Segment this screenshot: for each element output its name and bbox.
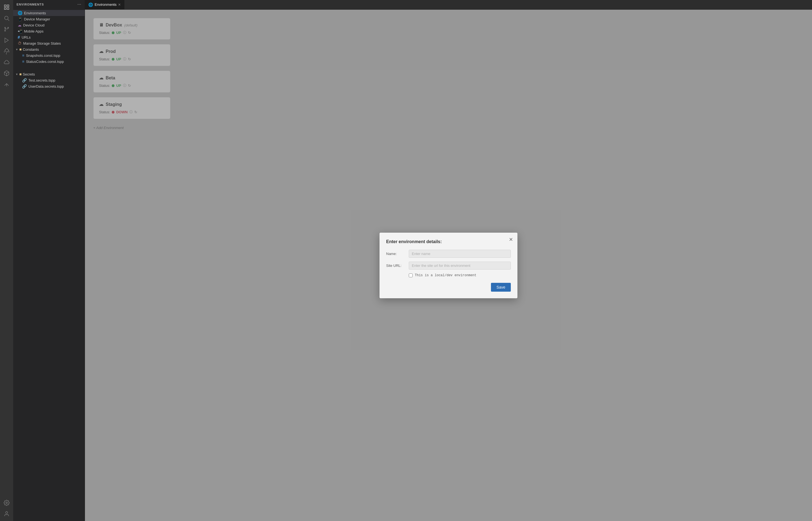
urls-icon: # xyxy=(18,35,20,40)
sidebar-item-label: Device Cloud xyxy=(23,23,44,27)
svg-rect-2 xyxy=(4,8,6,9)
sidebar-title: Environments xyxy=(17,3,44,6)
tab-environments[interactable]: 🌐 Environments ✕ xyxy=(85,0,125,9)
sidebar-item-mobile-apps[interactable]: 📲 Mobile Apps xyxy=(13,28,85,34)
sidebar-item-snapshots-const[interactable]: ≡ Snapshots.const.tspp xyxy=(13,52,85,59)
activity-icon-cloud[interactable] xyxy=(2,57,12,67)
tab-environments-close[interactable]: ✕ xyxy=(118,3,121,7)
tab-environments-icon: 🌐 xyxy=(88,2,93,7)
sidebar-group-constants[interactable]: ▼ ■ Constants xyxy=(13,46,85,52)
secrets-folder-icon: ■ xyxy=(19,72,22,76)
sidebar-item-test-secrets[interactable]: 🔗 Test.secrets.tspp xyxy=(13,77,85,83)
device-manager-icon: 📱 xyxy=(18,17,22,21)
sidebar-item-statuscodes-const[interactable]: ≡ StatusCodes.const.tspp xyxy=(13,59,85,65)
sidebar-item-label: Device Manager xyxy=(24,17,50,21)
svg-rect-0 xyxy=(4,5,6,7)
statuscodes-const-icon: ≡ xyxy=(22,59,24,64)
dialog-overlay: Enter environment details: ✕ Name: Site … xyxy=(85,10,812,521)
dialog-name-label: Name: xyxy=(386,252,405,256)
sidebar-child-label: Test.secrets.tspp xyxy=(28,78,56,83)
svg-rect-3 xyxy=(7,8,9,9)
dialog-title: Enter environment details: xyxy=(386,239,511,244)
activity-icon-account[interactable] xyxy=(2,509,12,519)
secrets-chevron: ▼ xyxy=(16,73,18,76)
test-secrets-icon: 🔗 xyxy=(22,78,27,83)
sidebar-tree: 🌐 Environments 📱 Device Manager ☁ Device… xyxy=(13,9,85,521)
svg-line-5 xyxy=(8,19,9,21)
svg-point-7 xyxy=(5,30,6,31)
sidebar-item-label: Manage Storage States xyxy=(23,41,61,45)
tab-environments-label: Environments xyxy=(95,2,116,7)
sidebar-item-userdata-secrets[interactable]: 🔗 UserData.secrets.tspp xyxy=(13,83,85,89)
dialog-footer: Save xyxy=(386,283,511,292)
activity-icon-box[interactable] xyxy=(2,68,12,78)
dialog-siteurl-input[interactable] xyxy=(409,262,511,270)
activity-bar xyxy=(0,0,13,521)
dialog-save-button[interactable]: Save xyxy=(491,283,511,292)
sidebar-child-label: UserData.secrets.tspp xyxy=(28,84,64,89)
constants-group-label: Constants xyxy=(23,47,39,51)
sidebar-group-secrets[interactable]: ▼ ■ Secrets xyxy=(13,71,85,77)
sidebar-header: Environments ··· xyxy=(13,0,85,9)
dialog-siteurl-row: Site URL: xyxy=(386,262,511,270)
svg-rect-1 xyxy=(7,5,9,7)
editor-area: 🖥 DevBox (default) Status: UP ⓘ ↻ ☁ Prod xyxy=(85,10,812,521)
sidebar-child-label: StatusCodes.const.tspp xyxy=(26,60,64,64)
snapshots-const-icon: ≡ xyxy=(22,53,24,58)
dialog-local-env-label[interactable]: This is a local/dev environment xyxy=(415,273,476,277)
main-content: 🌐 Environments ✕ 🖥 DevBox (default) Stat… xyxy=(85,0,812,521)
svg-point-4 xyxy=(5,16,8,20)
sidebar-child-label: Snapshots.const.tspp xyxy=(26,53,60,58)
svg-point-8 xyxy=(8,27,9,28)
activity-icon-explorer[interactable] xyxy=(2,2,12,12)
dialog-siteurl-label: Site URL: xyxy=(386,264,405,268)
constants-folder-icon: ■ xyxy=(19,47,22,51)
sidebar-item-urls[interactable]: # URLs xyxy=(13,34,85,40)
dialog-local-env-checkbox[interactable] xyxy=(409,273,413,277)
sidebar-item-device-manager[interactable]: 📱 Device Manager xyxy=(13,16,85,22)
activity-icon-debug[interactable] xyxy=(2,35,12,45)
environments-icon: 🌐 xyxy=(18,11,22,15)
sidebar-item-label: Environments xyxy=(24,11,46,15)
device-cloud-icon: ☁ xyxy=(18,23,22,27)
sidebar-item-label: Mobile Apps xyxy=(24,29,44,33)
svg-point-6 xyxy=(5,27,6,28)
activity-icon-git[interactable] xyxy=(2,24,12,34)
activity-icon-search[interactable] xyxy=(2,13,12,23)
tab-bar: 🌐 Environments ✕ xyxy=(85,0,812,10)
activity-icon-settings-bottom[interactable] xyxy=(2,498,12,508)
sidebar-more-icon[interactable]: ··· xyxy=(78,2,81,7)
dialog: Enter environment details: ✕ Name: Site … xyxy=(379,233,518,298)
sidebar-item-label: URLs xyxy=(22,35,30,40)
activity-icon-deploy[interactable] xyxy=(2,80,12,89)
dialog-checkbox-row: This is a local/dev environment xyxy=(386,273,511,277)
sidebar: Environments ··· 🌐 Environments 📱 Device… xyxy=(13,0,85,521)
dialog-close-button[interactable]: ✕ xyxy=(509,237,513,242)
manage-storage-icon: ⏱ xyxy=(18,41,22,45)
svg-point-12 xyxy=(6,502,7,504)
userdata-secrets-icon: 🔗 xyxy=(22,84,27,89)
mobile-apps-icon: 📲 xyxy=(18,29,22,33)
constants-chevron: ▼ xyxy=(16,48,18,51)
svg-point-13 xyxy=(5,512,7,514)
secrets-group-label: Secrets xyxy=(23,72,35,76)
activity-icon-extensions[interactable] xyxy=(2,46,12,56)
dialog-name-input[interactable] xyxy=(409,250,511,258)
dialog-name-row: Name: xyxy=(386,250,511,258)
sidebar-item-environments[interactable]: 🌐 Environments xyxy=(13,10,85,16)
sidebar-item-manage-storage[interactable]: ⏱ Manage Storage States xyxy=(13,40,85,46)
svg-marker-9 xyxy=(5,38,8,43)
sidebar-item-device-cloud[interactable]: ☁ Device Cloud xyxy=(13,22,85,28)
